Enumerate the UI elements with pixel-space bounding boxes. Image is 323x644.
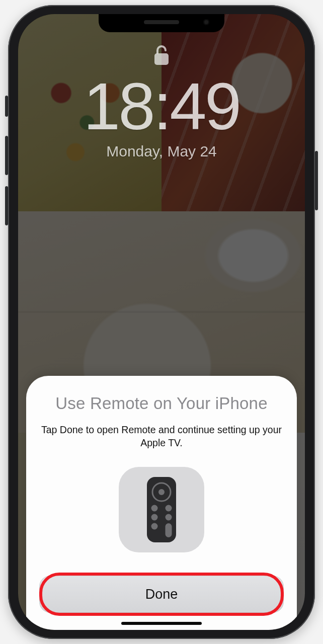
done-button-container: Done: [39, 576, 284, 617]
lock-time: 18:49: [18, 73, 305, 140]
screen: 18:49 Monday, May 24 Use Remote on Your …: [18, 14, 305, 630]
side-button[interactable]: [315, 151, 318, 210]
apple-tv-remote-icon: [147, 477, 176, 542]
svg-point-3: [158, 489, 165, 495]
svg-point-7: [166, 514, 172, 520]
lock-date: Monday, May 24: [18, 143, 305, 160]
notch: [99, 14, 224, 32]
front-camera: [203, 19, 209, 25]
remote-app-icon: [119, 467, 204, 552]
phone-frame: 18:49 Monday, May 24 Use Remote on Your …: [8, 5, 315, 639]
earpiece: [144, 20, 179, 24]
svg-rect-0: [154, 53, 169, 65]
svg-point-9: [151, 523, 158, 529]
volume-up-button[interactable]: [5, 136, 8, 175]
sheet-title: Use Remote on Your iPhone: [55, 394, 267, 413]
setup-sheet: Use Remote on Your iPhone Tap Done to op…: [26, 376, 297, 630]
home-indicator[interactable]: [121, 622, 202, 625]
sheet-body: Tap Done to open Remote and continue set…: [41, 423, 282, 450]
svg-rect-8: [166, 523, 172, 537]
lock-open-icon: [18, 44, 305, 66]
stage: 18:49 Monday, May 24 Use Remote on Your …: [0, 0, 323, 644]
svg-point-5: [166, 505, 172, 511]
svg-point-4: [151, 505, 158, 511]
svg-point-6: [151, 514, 158, 520]
volume-down-button[interactable]: [5, 186, 8, 225]
mute-switch[interactable]: [5, 96, 8, 117]
done-button[interactable]: Done: [39, 576, 284, 613]
